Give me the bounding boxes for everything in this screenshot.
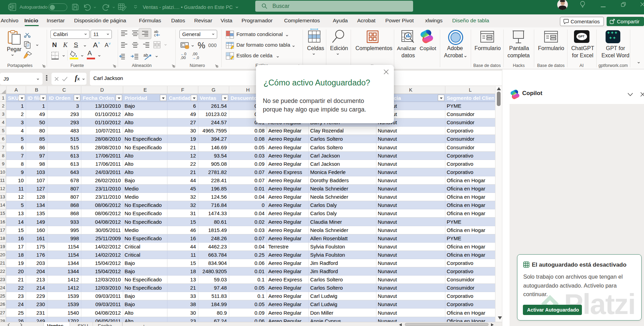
svg-text:c: c <box>154 33 156 37</box>
svg-text:ab: ab <box>143 53 148 58</box>
